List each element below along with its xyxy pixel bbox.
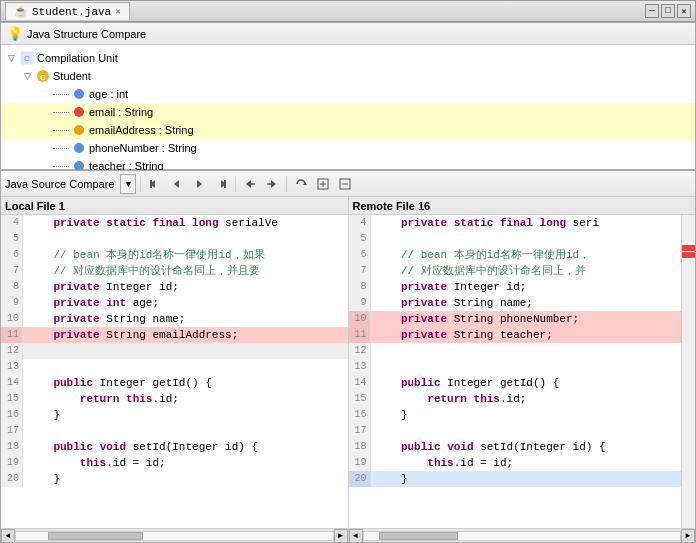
line-number: 17	[1, 423, 23, 439]
line-number: 14	[1, 375, 23, 391]
table-row: 4 private static final long serialVe	[1, 215, 348, 231]
left-code-area[interactable]: 4 private static final long serialVe 5 6…	[1, 215, 348, 528]
tree-item-age[interactable]: age : int	[1, 85, 695, 103]
nav-prev-button[interactable]	[167, 174, 187, 194]
maximize-button[interactable]: □	[661, 4, 675, 18]
tree-item-student[interactable]: ▽ C Student	[1, 67, 695, 85]
table-row: 10 private String phoneNumber;	[349, 311, 682, 327]
line-number: 10	[349, 311, 371, 327]
right-file-header: Remote File 16	[349, 197, 696, 215]
table-row: 17	[349, 423, 682, 439]
dropdown-btn[interactable]: ▼	[120, 174, 136, 194]
expand-icon-compilation[interactable]: ▽	[5, 52, 17, 64]
line-content: return this.id;	[371, 391, 682, 407]
line-number: 16	[1, 407, 23, 423]
svg-point-6	[74, 125, 84, 135]
table-row: 16 }	[349, 407, 682, 423]
right-scroll-track[interactable]	[363, 531, 682, 541]
line-content: public Integer getId() {	[371, 375, 682, 391]
table-row: 6 // bean 本身的id名称一律使用id，	[349, 247, 682, 263]
line-number: 11	[349, 327, 371, 343]
right-code-area[interactable]: 4 private static final long seri 5 6	[349, 215, 682, 528]
line-content: }	[23, 407, 348, 423]
main-container: ☕ Student.java ✕ ─ □ ✕ 💡 Java Structure …	[0, 0, 696, 543]
tree-connector-emailaddress	[53, 130, 69, 131]
tree-item-compilation[interactable]: ▽ C Compilation Unit	[1, 49, 695, 67]
diff-mark-1	[682, 245, 695, 251]
scroll-left-btn[interactable]: ◄	[1, 529, 15, 543]
right-horizontal-scrollbar[interactable]: ◄ ►	[349, 528, 696, 542]
line-content: this.id = id;	[23, 455, 348, 471]
table-row: 11 private String emailAddress;	[1, 327, 348, 343]
svg-text:C: C	[40, 73, 46, 82]
expand-all-button[interactable]	[313, 174, 333, 194]
line-number: 7	[349, 263, 371, 279]
svg-rect-14	[224, 180, 226, 188]
left-scroll-track[interactable]	[15, 531, 334, 541]
left-horizontal-scrollbar[interactable]: ◄ ►	[1, 528, 348, 542]
line-number: 18	[1, 439, 23, 455]
line-content	[23, 231, 348, 247]
title-close-icon[interactable]: ✕	[115, 6, 120, 17]
close-window-button[interactable]: ✕	[677, 4, 691, 18]
table-row: 9 private int age;	[1, 295, 348, 311]
right-scroll-thumb[interactable]	[379, 532, 458, 540]
right-scroll-right-btn[interactable]: ►	[681, 529, 695, 543]
expand-icon-student[interactable]: ▽	[21, 70, 33, 82]
table-row: 6 // bean 本身的id名称一律使用id，如果	[1, 247, 348, 263]
left-file-header: Local File 1	[1, 197, 348, 215]
table-row: 7 // 对应数据库中的设计命名同上，并且要	[1, 263, 348, 279]
compare-area: Local File 1 4 private static final long…	[1, 197, 695, 542]
svg-marker-12	[197, 180, 202, 188]
table-row: 4 private static final long seri	[349, 215, 682, 231]
line-content: return this.id;	[23, 391, 348, 407]
tree-item-emailaddress[interactable]: emailAddress : String	[1, 121, 695, 139]
line-content: // 对应数据库中的设计命名同上，并且要	[23, 263, 348, 279]
left-scroll-thumb[interactable]	[48, 532, 143, 540]
table-row: 11 private String teacher;	[349, 327, 682, 343]
tree-connector-teacher	[53, 166, 69, 167]
tree-item-email[interactable]: email : String	[1, 103, 695, 121]
line-number: 7	[1, 263, 23, 279]
copy-right-button[interactable]	[262, 174, 282, 194]
line-content: private Integer id;	[23, 279, 348, 295]
line-content: this.id = id;	[371, 455, 682, 471]
right-scroll-left-btn[interactable]: ◄	[349, 529, 363, 543]
table-row: 5	[349, 231, 682, 247]
tree-item-phonenumber[interactable]: phoneNumber : String	[1, 139, 695, 157]
nav-next-button[interactable]	[189, 174, 209, 194]
line-number: 19	[1, 455, 23, 471]
copy-left-button[interactable]	[240, 174, 260, 194]
nav-first-button[interactable]	[145, 174, 165, 194]
title-tab[interactable]: ☕ Student.java ✕	[5, 2, 130, 20]
line-content: private String phoneNumber;	[371, 311, 682, 327]
line-number: 13	[1, 359, 23, 375]
svg-marker-11	[174, 180, 179, 188]
tree-connector-email	[53, 112, 69, 113]
table-row: 17	[1, 423, 348, 439]
left-file-pane: Local File 1 4 private static final long…	[1, 197, 349, 542]
minimize-button[interactable]: ─	[645, 4, 659, 18]
table-row: 18 public void setId(Integer id) {	[349, 439, 682, 455]
field-email-icon	[71, 104, 87, 120]
line-number: 20	[1, 471, 23, 487]
lightbulb-icon: 💡	[7, 26, 23, 41]
toolbar-sep-2	[235, 176, 236, 192]
table-row: 9 private String name;	[349, 295, 682, 311]
line-content: private String emailAddress;	[23, 327, 348, 343]
source-panel-title: Java Source Compare	[5, 178, 114, 190]
table-row: 10 private String name;	[1, 311, 348, 327]
collapse-all-button[interactable]	[335, 174, 355, 194]
table-row: 12	[349, 343, 682, 359]
line-content: public Integer getId() {	[23, 375, 348, 391]
nav-last-button[interactable]	[211, 174, 231, 194]
line-content: private String teacher;	[371, 327, 682, 343]
table-row: 13	[349, 359, 682, 375]
line-number: 11	[1, 327, 23, 343]
scroll-right-btn[interactable]: ►	[334, 529, 348, 543]
phonenumber-label: phoneNumber : String	[89, 142, 197, 154]
sync-button[interactable]	[291, 174, 311, 194]
line-content	[23, 359, 348, 375]
line-number: 8	[1, 279, 23, 295]
line-content: private String name;	[371, 295, 682, 311]
